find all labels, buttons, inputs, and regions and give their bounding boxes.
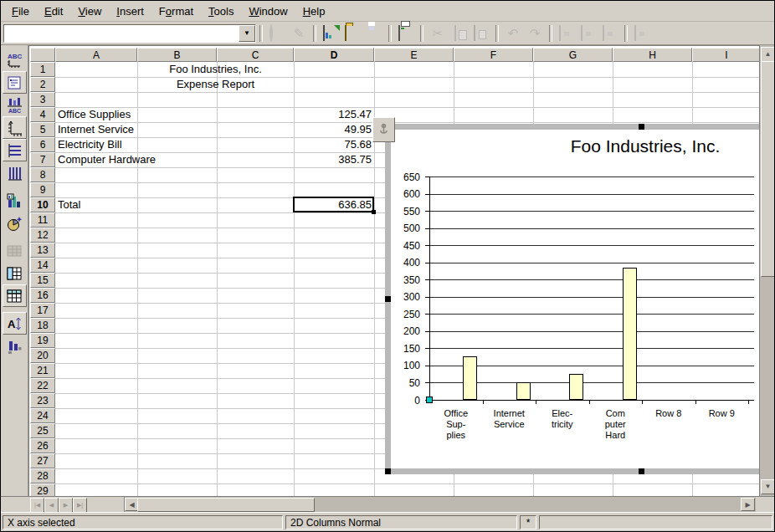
scale-text-icon[interactable]: A [3, 312, 27, 335]
cell-A6[interactable]: Electricity Bill [55, 137, 137, 152]
row-header-11[interactable]: 11 [30, 212, 55, 228]
y-axis-label[interactable]: 0 [392, 395, 420, 407]
cell-D7[interactable]: 385.75 [294, 152, 374, 167]
navigator-icon[interactable] [556, 23, 577, 44]
styles-icon[interactable] [577, 23, 599, 44]
row-header-23[interactable]: 23 [30, 393, 55, 408]
reorganize-chart-icon[interactable] [3, 335, 27, 357]
x-axis[interactable] [429, 400, 754, 401]
save-icon[interactable] [363, 23, 385, 44]
chart-title-icon[interactable]: ABC [3, 49, 27, 71]
chart-object[interactable]: Foo Industries, Inc.65060055050045040035… [385, 124, 759, 474]
row-header-1[interactable]: 1 [30, 62, 55, 77]
chart-title[interactable]: Foo Industries, Inc. [571, 136, 721, 156]
url-input[interactable] [4, 25, 239, 42]
object-handle[interactable] [385, 296, 391, 302]
y-axis-label[interactable]: 350 [392, 274, 420, 286]
scroll-right-button[interactable]: ▶ [741, 498, 755, 511]
row-header-7[interactable]: 7 [30, 152, 55, 167]
row-header-25[interactable]: 25 [30, 423, 55, 438]
row-header-6[interactable]: 6 [30, 137, 55, 152]
y-axis-label[interactable]: 550 [392, 206, 420, 217]
last-sheet-button[interactable]: ▶| [73, 498, 87, 513]
gallery-icon[interactable] [631, 23, 653, 44]
object-handle[interactable] [639, 468, 644, 474]
column-header-D[interactable]: D [294, 48, 374, 62]
menu-insert[interactable]: Insert [109, 3, 151, 20]
horizontal-grid-icon[interactable] [3, 139, 27, 161]
autoformat-chart-icon[interactable] [3, 212, 27, 234]
undo-icon[interactable]: ↶ [502, 23, 524, 44]
copy-icon[interactable] [449, 23, 470, 44]
menu-file[interactable]: File [4, 3, 37, 20]
row-header-2[interactable]: 2 [30, 77, 55, 92]
column-header-C[interactable]: C [217, 48, 294, 62]
column-header-E[interactable]: E [374, 48, 454, 62]
row-header-29[interactable]: 29 [30, 483, 55, 496]
menu-format[interactable]: Format [151, 3, 201, 20]
column-header-G[interactable]: G [533, 48, 613, 62]
vertical-grid-icon[interactable] [3, 161, 27, 184]
menu-tools[interactable]: Tools [201, 3, 241, 20]
column-header-F[interactable]: F [454, 48, 533, 62]
grid-toggle-icon[interactable] [3, 284, 27, 307]
cell-D6[interactable]: 75.68 [294, 137, 374, 152]
row-header-16[interactable]: 16 [30, 288, 55, 303]
row-header-4[interactable]: 4 [30, 107, 55, 122]
x-axis-label[interactable]: Elec- tricity [536, 408, 588, 430]
y-axis-label[interactable]: 250 [392, 309, 420, 320]
vertical-scroll-thumb[interactable] [761, 61, 775, 277]
menu-view[interactable]: View [70, 3, 109, 20]
scroll-down-button[interactable]: ▼ [761, 479, 775, 494]
cell-A4[interactable]: Office Supplies [55, 107, 137, 122]
column-header-H[interactable]: H [613, 48, 692, 62]
row-header-3[interactable]: 3 [30, 92, 55, 107]
bar[interactable] [516, 382, 531, 400]
paste-icon[interactable] [470, 23, 492, 44]
y-axis-label[interactable]: 150 [392, 343, 420, 355]
select-all-corner[interactable] [30, 48, 55, 62]
row-header-20[interactable]: 20 [30, 348, 55, 363]
data-in-columns-icon[interactable] [3, 262, 27, 284]
y-axis[interactable] [429, 176, 430, 401]
menu-help[interactable]: Help [295, 3, 333, 20]
bar[interactable] [463, 356, 477, 400]
x-axis-label[interactable]: Row 9 [695, 408, 747, 419]
cell-A5[interactable]: Internet Service [55, 122, 137, 137]
row-header-14[interactable]: 14 [30, 258, 55, 273]
y-axis-label[interactable]: 300 [392, 291, 420, 303]
y-axis-label[interactable]: 650 [392, 171, 420, 183]
y-axis-label[interactable]: 50 [392, 377, 420, 389]
row-header-15[interactable]: 15 [30, 273, 55, 288]
y-axis-label[interactable]: 100 [392, 360, 420, 371]
y-axis-label[interactable]: 600 [392, 188, 420, 200]
object-handle[interactable] [639, 124, 644, 130]
x-axis-label[interactable]: Internet Service [483, 408, 535, 430]
row-header-19[interactable]: 19 [30, 333, 55, 348]
bar[interactable] [569, 374, 583, 400]
data-in-rows-icon[interactable] [3, 239, 27, 262]
next-sheet-button[interactable]: ▶ [59, 498, 73, 513]
new-document-icon[interactable] [320, 23, 341, 44]
chart-canvas[interactable]: Foo Industries, Inc.65060055050045040035… [391, 130, 759, 468]
cell-A7[interactable]: Computer Hardware [55, 152, 137, 167]
row-header-22[interactable]: 22 [30, 378, 55, 393]
column-header-I[interactable]: I [692, 48, 761, 62]
cut-icon[interactable]: ✂ [427, 23, 449, 44]
row-header-17[interactable]: 17 [30, 303, 55, 318]
prev-sheet-button[interactable]: ◀ [44, 498, 59, 513]
horizontal-scroll-thumb[interactable] [137, 498, 315, 512]
vertical-scrollbar[interactable]: ▲ ▼ [759, 45, 774, 496]
hyperlink-bar-icon[interactable] [599, 23, 621, 44]
cell-A10[interactable]: Total [55, 197, 137, 212]
object-anchor-icon[interactable] [372, 117, 395, 142]
chart-type-icon[interactable] [3, 189, 27, 212]
edit-file-icon[interactable]: ✎ [288, 23, 310, 44]
y-axis-label[interactable]: 450 [392, 240, 420, 252]
url-combobox[interactable]: ▼ [3, 24, 256, 43]
column-header-A[interactable]: A [55, 48, 137, 62]
fill-handle[interactable] [372, 210, 376, 214]
print-icon[interactable] [395, 23, 417, 44]
scroll-up-button[interactable]: ▲ [761, 47, 775, 62]
row-header-21[interactable]: 21 [30, 363, 55, 378]
